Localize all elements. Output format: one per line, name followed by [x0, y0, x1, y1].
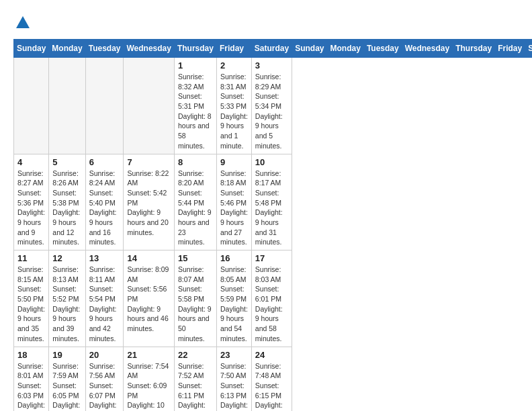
- calendar-cell: 21Sunrise: 7:54 AMSunset: 6:09 PMDayligh…: [124, 347, 174, 411]
- day-detail: Sunrise: 8:26 AMSunset: 5:38 PMDaylight:…: [52, 169, 81, 248]
- calendar-cell: 15Sunrise: 8:07 AMSunset: 5:58 PMDayligh…: [174, 250, 216, 347]
- col-header-wednesday: Wednesday: [124, 40, 174, 58]
- day-number: 1: [178, 60, 213, 71]
- day-detail: Sunrise: 8:32 AMSunset: 5:31 PMDaylight:…: [178, 72, 213, 151]
- calendar-cell: [124, 58, 174, 154]
- col-header-friday: Friday: [216, 40, 251, 58]
- calendar-cell: 5Sunrise: 8:26 AMSunset: 5:38 PMDaylight…: [49, 154, 85, 250]
- day-detail: Sunrise: 8:01 AMSunset: 6:03 PMDaylight:…: [17, 361, 45, 412]
- day-number: 24: [255, 350, 288, 360]
- calendar-cell: 20Sunrise: 7:56 AMSunset: 6:07 PMDayligh…: [85, 347, 124, 411]
- day-number: 8: [178, 157, 213, 167]
- day-detail: Sunrise: 8:11 AMSunset: 5:54 PMDaylight:…: [89, 265, 120, 344]
- day-number: 13: [89, 253, 120, 263]
- col-header-saturday: Saturday: [525, 40, 532, 58]
- calendar-cell: 19Sunrise: 7:59 AMSunset: 6:05 PMDayligh…: [49, 347, 85, 411]
- calendar-cell: 3Sunrise: 8:29 AMSunset: 5:34 PMDaylight…: [251, 58, 292, 154]
- day-detail: Sunrise: 8:27 AMSunset: 5:36 PMDaylight:…: [17, 169, 45, 248]
- logo-icon: [13, 13, 32, 32]
- day-detail: Sunrise: 8:29 AMSunset: 5:34 PMDaylight:…: [255, 72, 288, 151]
- day-detail: Sunrise: 8:05 AMSunset: 5:59 PMDaylight:…: [220, 265, 248, 344]
- day-number: 17: [255, 253, 288, 263]
- col-header-sunday: Sunday: [292, 40, 327, 58]
- day-detail: Sunrise: 7:48 AMSunset: 6:15 PMDaylight:…: [255, 361, 288, 412]
- day-detail: Sunrise: 8:22 AMSunset: 5:42 PMDaylight:…: [127, 169, 170, 238]
- calendar-cell: 8Sunrise: 8:20 AMSunset: 5:44 PMDaylight…: [174, 154, 216, 250]
- day-detail: Sunrise: 8:18 AMSunset: 5:46 PMDaylight:…: [220, 169, 248, 248]
- col-header-tuesday: Tuesday: [85, 40, 124, 58]
- calendar-week-2: 11Sunrise: 8:15 AMSunset: 5:50 PMDayligh…: [14, 250, 533, 347]
- day-detail: Sunrise: 8:17 AMSunset: 5:48 PMDaylight:…: [255, 169, 288, 248]
- calendar-cell: 11Sunrise: 8:15 AMSunset: 5:50 PMDayligh…: [14, 250, 49, 347]
- calendar-week-1: 4Sunrise: 8:27 AMSunset: 5:36 PMDaylight…: [14, 154, 533, 250]
- day-number: 16: [220, 253, 248, 263]
- day-number: 20: [89, 350, 120, 360]
- day-detail: Sunrise: 8:07 AMSunset: 5:58 PMDaylight:…: [178, 265, 213, 344]
- day-number: 3: [255, 60, 288, 71]
- svg-marker-0: [16, 16, 30, 28]
- calendar-cell: 4Sunrise: 8:27 AMSunset: 5:36 PMDaylight…: [14, 154, 49, 250]
- day-detail: Sunrise: 7:54 AMSunset: 6:09 PMDaylight:…: [127, 361, 170, 412]
- calendar-cell: 2Sunrise: 8:31 AMSunset: 5:33 PMDaylight…: [216, 58, 251, 154]
- page-header: [13, 13, 519, 32]
- calendar-cell: [49, 58, 85, 154]
- day-detail: Sunrise: 7:59 AMSunset: 6:05 PMDaylight:…: [52, 361, 81, 412]
- day-number: 2: [220, 60, 248, 71]
- day-detail: Sunrise: 7:50 AMSunset: 6:13 PMDaylight:…: [220, 361, 248, 412]
- day-number: 22: [178, 350, 213, 360]
- day-number: 12: [52, 253, 81, 263]
- col-header-sunday: Sunday: [14, 40, 49, 58]
- day-detail: Sunrise: 8:13 AMSunset: 5:52 PMDaylight:…: [52, 265, 81, 344]
- calendar-cell: 17Sunrise: 8:03 AMSunset: 6:01 PMDayligh…: [251, 250, 292, 347]
- day-number: 18: [17, 350, 45, 360]
- calendar-cell: 10Sunrise: 8:17 AMSunset: 5:48 PMDayligh…: [251, 154, 292, 250]
- day-number: 19: [52, 350, 81, 360]
- day-detail: Sunrise: 8:24 AMSunset: 5:40 PMDaylight:…: [89, 169, 120, 248]
- day-number: 21: [127, 350, 170, 360]
- calendar-table: SundayMondayTuesdayWednesdayThursdayFrid…: [13, 39, 532, 411]
- col-header-monday: Monday: [327, 40, 363, 58]
- calendar-cell: 16Sunrise: 8:05 AMSunset: 5:59 PMDayligh…: [216, 250, 251, 347]
- col-header-monday: Monday: [49, 40, 85, 58]
- calendar-cell: [85, 58, 124, 154]
- calendar-cell: 1Sunrise: 8:32 AMSunset: 5:31 PMDaylight…: [174, 58, 216, 154]
- calendar-cell: 18Sunrise: 8:01 AMSunset: 6:03 PMDayligh…: [14, 347, 49, 411]
- col-header-friday: Friday: [495, 40, 525, 58]
- calendar-cell: 22Sunrise: 7:52 AMSunset: 6:11 PMDayligh…: [174, 347, 216, 411]
- logo: [13, 13, 35, 32]
- day-detail: Sunrise: 7:56 AMSunset: 6:07 PMDaylight:…: [89, 361, 120, 412]
- col-header-thursday: Thursday: [453, 40, 495, 58]
- col-header-thursday: Thursday: [174, 40, 216, 58]
- calendar-cell: 14Sunrise: 8:09 AMSunset: 5:56 PMDayligh…: [124, 250, 174, 347]
- day-detail: Sunrise: 8:03 AMSunset: 6:01 PMDaylight:…: [255, 265, 288, 344]
- day-number: 5: [52, 157, 81, 167]
- day-number: 6: [89, 157, 120, 167]
- calendar-cell: [14, 58, 49, 154]
- day-detail: Sunrise: 7:52 AMSunset: 6:11 PMDaylight:…: [178, 361, 213, 412]
- calendar-cell: 13Sunrise: 8:11 AMSunset: 5:54 PMDayligh…: [85, 250, 124, 347]
- col-header-tuesday: Tuesday: [363, 40, 402, 58]
- day-detail: Sunrise: 8:09 AMSunset: 5:56 PMDaylight:…: [127, 265, 170, 334]
- col-header-saturday: Saturday: [251, 40, 292, 58]
- day-detail: Sunrise: 8:31 AMSunset: 5:33 PMDaylight:…: [220, 72, 248, 151]
- day-number: 10: [255, 157, 288, 167]
- day-number: 4: [17, 157, 45, 167]
- calendar-cell: 24Sunrise: 7:48 AMSunset: 6:15 PMDayligh…: [251, 347, 292, 411]
- calendar-cell: 23Sunrise: 7:50 AMSunset: 6:13 PMDayligh…: [216, 347, 251, 411]
- calendar-week-3: 18Sunrise: 8:01 AMSunset: 6:03 PMDayligh…: [14, 347, 533, 411]
- calendar-cell: 7Sunrise: 8:22 AMSunset: 5:42 PMDaylight…: [124, 154, 174, 250]
- day-number: 15: [178, 253, 213, 263]
- calendar-week-0: 1Sunrise: 8:32 AMSunset: 5:31 PMDaylight…: [14, 58, 533, 154]
- day-detail: Sunrise: 8:15 AMSunset: 5:50 PMDaylight:…: [17, 265, 45, 344]
- calendar-header-row: SundayMondayTuesdayWednesdayThursdayFrid…: [14, 40, 533, 58]
- day-number: 14: [127, 253, 170, 263]
- calendar-cell: 6Sunrise: 8:24 AMSunset: 5:40 PMDaylight…: [85, 154, 124, 250]
- day-detail: Sunrise: 8:20 AMSunset: 5:44 PMDaylight:…: [178, 169, 213, 248]
- day-number: 9: [220, 157, 248, 167]
- calendar-cell: 9Sunrise: 8:18 AMSunset: 5:46 PMDaylight…: [216, 154, 251, 250]
- day-number: 11: [17, 253, 45, 263]
- col-header-wednesday: Wednesday: [402, 40, 452, 58]
- day-number: 23: [220, 350, 248, 360]
- day-number: 7: [127, 157, 170, 167]
- calendar-cell: 12Sunrise: 8:13 AMSunset: 5:52 PMDayligh…: [49, 250, 85, 347]
